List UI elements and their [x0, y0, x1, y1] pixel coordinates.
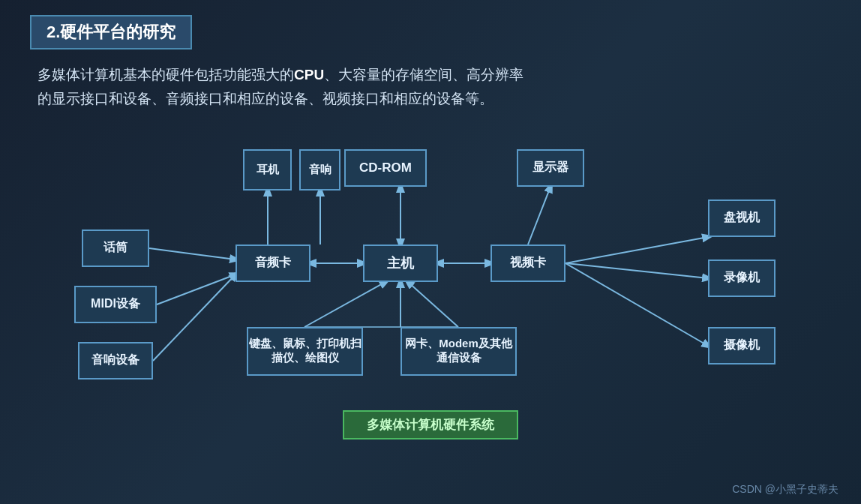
box-shexiang: 摄像机	[708, 327, 776, 364]
svg-line-11	[149, 248, 236, 260]
desc-cpu: CPU	[294, 67, 324, 82]
box-audio-card: 音频卡	[236, 244, 310, 282]
svg-line-9	[566, 263, 708, 278]
desc-text1: 多媒体计算机基本的硬件包括功能强大的	[38, 67, 294, 82]
box-earphone: 耳机	[243, 149, 292, 190]
svg-line-14	[304, 282, 386, 327]
desc-text2: 、大容量的存储空间、高分辨率	[324, 67, 524, 82]
page: 2.硬件平台的研究 多媒体计算机基本的硬件包括功能强大的CPU、大容量的存储空间…	[0, 0, 861, 504]
box-cdrom: CD-ROM	[344, 149, 427, 187]
svg-line-13	[153, 274, 236, 361]
box-luxiang: 录像机	[708, 260, 776, 297]
box-monitor: 显示器	[517, 149, 584, 187]
box-main: 主机	[363, 244, 438, 282]
title-box: 2.硬件平台的研究	[30, 15, 192, 50]
watermark: CSDN @小黑子史蒂夫	[732, 483, 838, 496]
svg-line-7	[528, 187, 550, 244]
box-network: 网卡、Modem及其他通信设备	[400, 327, 517, 376]
box-speaker-top: 音响	[299, 149, 340, 190]
box-huatong: 话筒	[82, 230, 149, 267]
svg-line-15	[408, 282, 458, 327]
svg-line-8	[566, 237, 708, 263]
box-yinxiang: 音响设备	[78, 342, 153, 380]
diagram: 主机 CD-ROM 音频卡 视频卡 耳机 音响 显示器 话筒 MIDI设备 音响…	[33, 128, 828, 413]
box-video-card: 视频卡	[490, 244, 566, 282]
box-midi: MIDI设备	[74, 286, 157, 323]
box-keyboard: 键盘、鼠标、打印机扫描仪、绘图仪	[247, 327, 363, 376]
title-text: 2.硬件平台的研究	[46, 22, 176, 41]
bottom-label: 多媒体计算机硬件系统	[343, 410, 518, 440]
box-panshi: 盘视机	[708, 200, 776, 237]
desc-text3: 的显示接口和设备、音频接口和相应的设备、视频接口和相应的设备等。	[38, 91, 494, 106]
svg-line-10	[566, 263, 708, 346]
description: 多媒体计算机基本的硬件包括功能强大的CPU、大容量的存储空间、高分辨率 的显示接…	[30, 63, 831, 112]
svg-line-12	[157, 274, 236, 304]
